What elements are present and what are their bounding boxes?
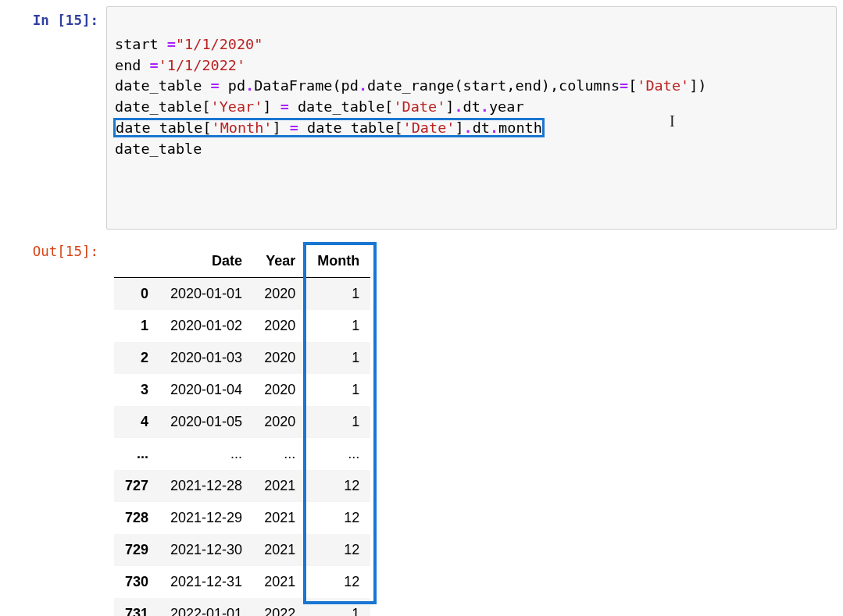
- cell-year: 2020: [253, 342, 306, 374]
- row-index: 730: [114, 566, 159, 598]
- row-index: 727: [114, 470, 159, 502]
- cell-year: ...: [253, 438, 306, 470]
- code-line-4: date_table['Year'] = date_table['Date'].…: [115, 97, 828, 118]
- cell-month: 1: [306, 342, 370, 374]
- cell-month: 1: [306, 374, 370, 406]
- row-index: 3: [114, 374, 159, 406]
- output-cell: Out[15]: Date Year Month 02020-01-012020…: [6, 237, 837, 616]
- cell-month: 1: [306, 406, 370, 438]
- cell-year: 2021: [253, 566, 306, 598]
- cell-year: 2020: [253, 310, 306, 342]
- cell-month: 1: [306, 598, 370, 616]
- cell-date: 2021-12-31: [159, 566, 253, 598]
- cell-year: 2021: [253, 502, 306, 534]
- cell-month: 1: [306, 278, 370, 311]
- table-row: ............: [114, 438, 370, 470]
- code-input-area[interactable]: start ="1/1/2020"end ='1/1/2022'date_tab…: [106, 6, 837, 230]
- dataframe-container: Date Year Month 02020-01-012020112020-01…: [114, 245, 370, 616]
- row-index: 729: [114, 534, 159, 566]
- row-index: 4: [114, 406, 159, 438]
- cell-year: 2022: [253, 598, 306, 616]
- dataframe-table: Date Year Month 02020-01-012020112020-01…: [114, 245, 370, 616]
- out-prompt: Out[15]:: [6, 237, 106, 262]
- cell-year: 2021: [253, 534, 306, 566]
- code-line-1: start ="1/1/2020": [115, 34, 828, 55]
- code-line-2: end ='1/1/2022': [115, 55, 828, 77]
- row-index: 2: [114, 342, 159, 374]
- table-row: 12020-01-0220201: [114, 310, 370, 342]
- row-index: 731: [114, 598, 159, 616]
- row-index: 0: [114, 278, 159, 311]
- cell-date: 2021-12-29: [159, 502, 253, 534]
- input-cell: In [15]: start ="1/1/2020"end ='1/1/2022…: [6, 6, 837, 230]
- code-line-6: date_table: [115, 139, 828, 160]
- cell-year: 2020: [253, 374, 306, 406]
- col-index: [114, 245, 159, 278]
- table-row: 7312022-01-0120221: [114, 598, 370, 616]
- row-index: 1: [114, 310, 159, 342]
- cell-date: 2021-12-28: [159, 470, 253, 502]
- table-row: 7302021-12-31202112: [114, 566, 370, 598]
- row-index: ...: [114, 438, 159, 470]
- cell-date: 2020-01-02: [159, 310, 253, 342]
- cell-date: 2021-12-30: [159, 534, 253, 566]
- cell-date: 2020-01-03: [159, 342, 253, 374]
- cell-date: 2020-01-04: [159, 374, 253, 406]
- cell-month: 12: [306, 566, 370, 598]
- cell-date: 2020-01-01: [159, 278, 253, 311]
- cell-year: 2020: [253, 278, 306, 311]
- cell-month: 1: [306, 310, 370, 342]
- table-row: 02020-01-0120201: [114, 278, 370, 311]
- cell-date: 2022-01-01: [159, 598, 253, 616]
- code-line-5: date_table['Month'] = date_table['Date']…: [115, 118, 828, 139]
- table-row: 7282021-12-29202112: [114, 502, 370, 534]
- table-row: 7272021-12-28202112: [114, 470, 370, 502]
- table-header-row: Date Year Month: [114, 245, 370, 278]
- cell-month: 12: [306, 470, 370, 502]
- col-month: Month: [306, 245, 370, 278]
- output-area: Date Year Month 02020-01-012020112020-01…: [106, 237, 837, 616]
- table-row: 32020-01-0420201: [114, 374, 370, 406]
- text-cursor-icon: I: [670, 110, 675, 133]
- in-prompt: In [15]:: [6, 6, 106, 30]
- cell-year: 2021: [253, 470, 306, 502]
- cell-month: 12: [306, 534, 370, 566]
- highlighted-code: date_table['Month'] = date_table['Date']…: [115, 119, 543, 136]
- code-line-3: date_table = pd.DataFrame(pd.date_range(…: [115, 76, 828, 97]
- col-year: Year: [253, 245, 306, 278]
- cell-date: ...: [159, 438, 253, 470]
- row-index: 728: [114, 502, 159, 534]
- table-row: 42020-01-0520201: [114, 406, 370, 438]
- table-row: 7292021-12-30202112: [114, 534, 370, 566]
- table-row: 22020-01-0320201: [114, 342, 370, 374]
- cell-year: 2020: [253, 406, 306, 438]
- cell-month: 12: [306, 502, 370, 534]
- cell-month: ...: [306, 438, 370, 470]
- col-date: Date: [159, 245, 253, 278]
- cell-date: 2020-01-05: [159, 406, 253, 438]
